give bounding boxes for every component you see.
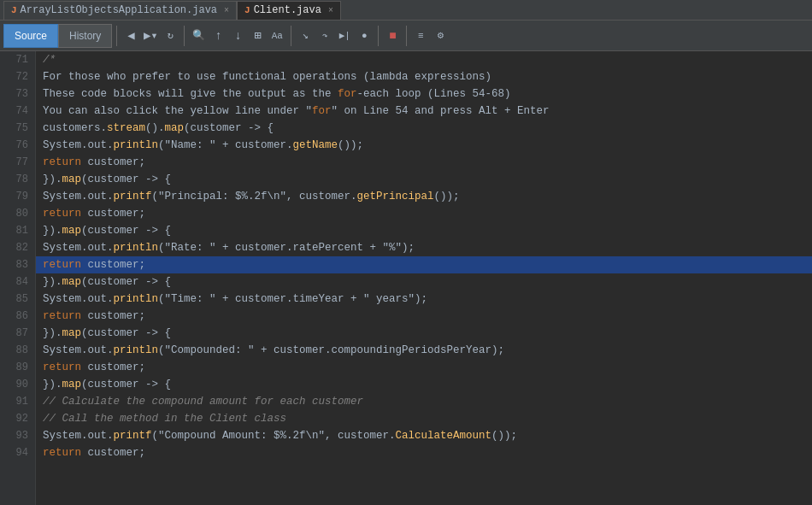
- java-file-icon: J: [11, 5, 17, 15]
- line-number-90: 90: [0, 376, 35, 393]
- code-line-71: /*: [36, 51, 812, 68]
- refresh-button[interactable]: ↻: [161, 26, 179, 45]
- line-number-79: 79: [0, 188, 35, 205]
- step-into-button[interactable]: ↘: [296, 26, 315, 45]
- step-over-button[interactable]: ↷: [315, 26, 334, 45]
- line-number-71: 71: [0, 51, 35, 68]
- line-number-89: 89: [0, 359, 35, 376]
- match-case-button[interactable]: Aa: [268, 26, 286, 45]
- source-history-group: Source History: [3, 24, 112, 48]
- line-number-81: 81: [0, 222, 35, 239]
- code-line-74: You can also click the yellow line under…: [36, 103, 812, 120]
- toolbar-separator-3: [291, 26, 291, 46]
- toolbar-separator-1: [116, 26, 117, 46]
- code-line-81: }).map(customer -> {: [36, 222, 812, 239]
- toolbar: Source History ◀ ▶▾ ↻ 🔍 ↑ ↓ ⊞ Aa ↘ ↷ ▶| …: [0, 21, 812, 51]
- breakpoint-button[interactable]: ●: [355, 26, 374, 45]
- line-number-83: 83: [0, 256, 35, 273]
- line-number-88: 88: [0, 342, 35, 359]
- line-number-82: 82: [0, 239, 35, 256]
- code-line-72: For those who prefer to use functional o…: [36, 68, 812, 85]
- back-button[interactable]: ◀: [121, 26, 140, 45]
- code-line-85: System.out.println("Time: " + customer.t…: [36, 291, 812, 308]
- run-to-cursor-button[interactable]: ▶|: [335, 26, 354, 45]
- code-line-88: System.out.println("Compounded: " + cust…: [36, 342, 812, 359]
- toolbar-group-1: ◀ ▶▾ ↻: [121, 26, 179, 45]
- toolbar-group-5: ≡ ⚙: [411, 26, 450, 45]
- code-line-94: return customer;: [36, 444, 812, 461]
- code-line-79: System.out.printf("Principal: $%.2f\n", …: [36, 188, 812, 205]
- code-line-80: return customer;: [36, 205, 812, 222]
- tab-bar: J ArrayListObjectsApplication.java × J C…: [0, 0, 812, 21]
- code-line-75: customers.stream().map(customer -> {: [36, 120, 812, 137]
- tab-arraylist[interactable]: J ArrayListObjectsApplication.java ×: [3, 1, 237, 20]
- toolbar-group-4: ■: [383, 26, 402, 45]
- line-number-72: 72: [0, 68, 35, 85]
- line-number-91: 91: [0, 393, 35, 410]
- line-number-78: 78: [0, 171, 35, 188]
- line-number-93: 93: [0, 427, 35, 444]
- line-number-94: 94: [0, 444, 35, 461]
- line-number-92: 92: [0, 410, 35, 427]
- prev-match-button[interactable]: ↑: [209, 26, 227, 45]
- line-numbers: 7172737475767778798081828384858687888990…: [0, 51, 36, 505]
- toolbar-separator-5: [406, 26, 407, 46]
- code-line-76: System.out.println("Name: " + customer.g…: [36, 137, 812, 154]
- toolbar-group-2: 🔍 ↑ ↓ ⊞ Aa: [189, 26, 286, 45]
- toolbar-separator-4: [378, 26, 379, 46]
- line-number-77: 77: [0, 154, 35, 171]
- settings-button[interactable]: ⚙: [431, 26, 450, 45]
- code-line-83: return customer;: [36, 256, 812, 273]
- code-line-73: These code blocks will give the output a…: [36, 85, 812, 103]
- forward-dropdown[interactable]: ▶▾: [141, 26, 160, 45]
- code-line-89: return customer;: [36, 359, 812, 376]
- tab-client-close[interactable]: ×: [328, 6, 333, 15]
- tab-arraylist-label: ArrayListObjectsApplication.java: [21, 4, 217, 16]
- code-line-91: // Calculate the compound amount for eac…: [36, 393, 812, 410]
- source-button[interactable]: Source: [3, 24, 58, 48]
- code-line-84: }).map(customer -> {: [36, 273, 812, 291]
- next-match-button[interactable]: ↓: [228, 26, 247, 45]
- line-number-74: 74: [0, 103, 35, 120]
- search-button[interactable]: 🔍: [189, 26, 208, 45]
- code-line-86: return customer;: [36, 308, 812, 325]
- code-area: 7172737475767778798081828384858687888990…: [0, 51, 812, 505]
- code-line-87: }).map(customer -> {: [36, 325, 812, 342]
- code-line-82: System.out.println("Rate: " + customer.r…: [36, 239, 812, 256]
- toolbar-group-3: ↘ ↷ ▶| ●: [296, 26, 374, 45]
- code-line-93: System.out.printf("Compound Amount: $%.2…: [36, 427, 812, 444]
- tab-client-label: Client.java: [254, 4, 321, 16]
- select-all-button[interactable]: ⊞: [248, 26, 267, 45]
- line-number-85: 85: [0, 291, 35, 308]
- line-number-76: 76: [0, 137, 35, 154]
- code-line-92: // Call the method in the Client class: [36, 410, 812, 427]
- code-line-90: }).map(customer -> {: [36, 376, 812, 393]
- line-number-86: 86: [0, 308, 35, 325]
- toolbar-separator-2: [184, 26, 185, 46]
- stop-button[interactable]: ■: [383, 26, 402, 45]
- show-execution-point[interactable]: ≡: [411, 26, 430, 45]
- code-line-78: }).map(customer -> {: [36, 171, 812, 188]
- java-file-icon-2: J: [244, 5, 250, 15]
- line-number-73: 73: [0, 85, 35, 103]
- code-content[interactable]: /* For those who prefer to use functiona…: [36, 51, 812, 505]
- line-number-75: 75: [0, 120, 35, 137]
- line-number-80: 80: [0, 205, 35, 222]
- tab-client[interactable]: J Client.java ×: [237, 1, 341, 20]
- code-lines: /* For those who prefer to use functiona…: [36, 51, 812, 461]
- history-button[interactable]: History: [58, 24, 112, 48]
- line-number-87: 87: [0, 325, 35, 342]
- tab-arraylist-close[interactable]: ×: [224, 6, 229, 15]
- line-number-84: 84: [0, 273, 35, 291]
- code-line-77: return customer;: [36, 154, 812, 171]
